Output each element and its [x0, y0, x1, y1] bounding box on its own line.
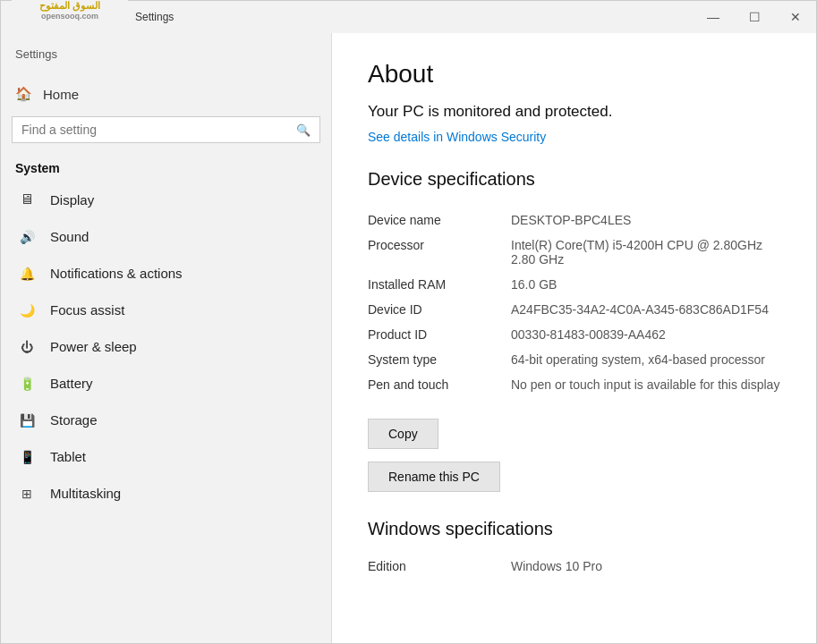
table-row: Device nameDESKTOP-BPC4LES	[368, 208, 780, 233]
sidebar-item-multitasking-label: Multitasking	[50, 486, 121, 501]
sidebar: Settings 🏠 Home 🔍 System 🖥 Display 🔊	[1, 33, 332, 643]
logo-text: السوق المفتوح opensooq.com	[39, 0, 100, 21]
system-section-title: System	[1, 150, 331, 181]
logo-area: السوق المفتوح opensooq.com	[12, 0, 128, 33]
spec-label: Pen and touch	[368, 372, 511, 397]
spec-value: A24FBC35-34A2-4C0A-A345-683C86AD1F54	[511, 297, 780, 322]
sidebar-item-storage[interactable]: 💾 Storage	[1, 402, 331, 438]
spec-value: Intel(R) Core(TM) i5-4200H CPU @ 2.80GHz…	[511, 233, 780, 272]
rename-pc-button[interactable]: Rename this PC	[368, 462, 500, 492]
spec-value: 64-bit operating system, x64-based proce…	[511, 347, 780, 372]
sidebar-item-power-sleep-label: Power & sleep	[50, 339, 137, 354]
tablet-icon: 📱	[18, 450, 36, 464]
maximize-button[interactable]: ☐	[734, 1, 775, 33]
sidebar-item-display[interactable]: 🖥 Display	[1, 181, 331, 218]
sidebar-item-sound-label: Sound	[50, 229, 89, 244]
sidebar-item-display-label: Display	[50, 192, 94, 208]
table-row: Installed RAM16.0 GB	[368, 272, 780, 297]
spec-label: Processor	[368, 233, 511, 272]
sidebar-item-sound[interactable]: 🔊 Sound	[1, 218, 331, 255]
sidebar-item-focus-assist[interactable]: 🌙 Focus assist	[1, 292, 331, 328]
spec-value: 00330-81483-00839-AA462	[511, 322, 780, 347]
search-box: 🔍	[12, 116, 320, 143]
table-row: System type64-bit operating system, x64-…	[368, 347, 780, 372]
sidebar-item-notifications-label: Notifications & actions	[50, 266, 183, 281]
sidebar-item-tablet-label: Tablet	[50, 449, 86, 464]
sidebar-item-focus-assist-label: Focus assist	[50, 302, 124, 318]
spec-label: Device name	[368, 208, 511, 233]
sidebar-item-storage-label: Storage	[50, 412, 98, 428]
battery-icon: 🔋	[18, 377, 36, 391]
search-input[interactable]	[21, 123, 289, 137]
spec-value: Windows 10 Pro	[511, 554, 780, 579]
sidebar-item-notifications[interactable]: 🔔 Notifications & actions	[1, 255, 331, 292]
windows-specs-heading: Windows specifications	[368, 519, 780, 539]
sound-icon: 🔊	[18, 230, 36, 244]
copy-button[interactable]: Copy	[368, 419, 438, 449]
main-content: About Your PC is monitored and protected…	[332, 33, 816, 643]
sidebar-item-battery[interactable]: 🔋 Battery	[1, 365, 331, 402]
sidebar-header: Settings	[1, 33, 331, 79]
title-bar: السوق المفتوح opensooq.com Settings — ☐ …	[1, 1, 816, 33]
security-status: Your PC is monitored and protected.	[368, 103, 780, 121]
security-link[interactable]: See details in Windows Security	[368, 130, 780, 144]
search-icon: 🔍	[296, 123, 311, 137]
display-icon: 🖥	[18, 191, 36, 208]
sidebar-app-title: Settings	[15, 47, 317, 61]
sidebar-item-power-sleep[interactable]: ⏻ Power & sleep	[1, 328, 331, 365]
home-label: Home	[43, 87, 79, 102]
device-specs-table: Device nameDESKTOP-BPC4LESProcessorIntel…	[368, 208, 780, 397]
close-button[interactable]: ✕	[775, 1, 816, 33]
focus-assist-icon: 🌙	[18, 303, 36, 318]
logo-image: السوق المفتوح opensooq.com	[12, 0, 128, 33]
sidebar-item-battery-label: Battery	[50, 376, 93, 391]
sidebar-item-home[interactable]: 🏠 Home	[1, 79, 331, 109]
spec-value: DESKTOP-BPC4LES	[511, 208, 780, 233]
power-sleep-icon: ⏻	[18, 340, 36, 354]
table-row: EditionWindows 10 Pro	[368, 554, 780, 579]
spec-label: System type	[368, 347, 511, 372]
spec-label: Device ID	[368, 297, 511, 322]
sidebar-item-multitasking[interactable]: ⊞ Multitasking	[1, 475, 331, 512]
spec-label: Edition	[368, 554, 511, 579]
window-title: Settings	[135, 11, 174, 23]
storage-icon: 💾	[18, 413, 36, 428]
window-controls: — ☐ ✕	[693, 1, 816, 33]
sidebar-item-tablet[interactable]: 📱 Tablet	[1, 438, 331, 475]
table-row: Device IDA24FBC35-34A2-4C0A-A345-683C86A…	[368, 297, 780, 322]
spec-value: No pen or touch input is available for t…	[511, 372, 780, 397]
spec-label: Product ID	[368, 322, 511, 347]
spec-label: Installed RAM	[368, 272, 511, 297]
minimize-button[interactable]: —	[693, 1, 734, 33]
windows-specs-table: EditionWindows 10 Pro	[368, 554, 780, 579]
spec-value: 16.0 GB	[511, 272, 780, 297]
notifications-icon: 🔔	[18, 267, 36, 281]
table-row: Pen and touchNo pen or touch input is av…	[368, 372, 780, 397]
device-specs-heading: Device specifications	[368, 169, 780, 190]
page-title: About	[368, 60, 780, 89]
table-row: ProcessorIntel(R) Core(TM) i5-4200H CPU …	[368, 233, 780, 272]
multitasking-icon: ⊞	[18, 487, 36, 501]
table-row: Product ID00330-81483-00839-AA462	[368, 322, 780, 347]
home-icon: 🏠	[15, 86, 32, 102]
